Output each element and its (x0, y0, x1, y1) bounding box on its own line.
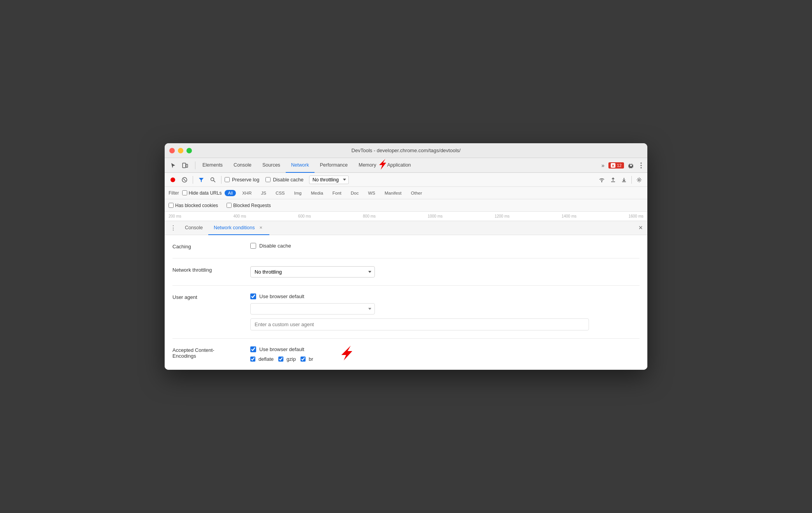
tab-performance[interactable]: Performance (315, 158, 353, 173)
use-default-encoding-checkbox[interactable] (250, 346, 256, 352)
download-icon[interactable] (619, 176, 629, 184)
throttling-label: Network throttling (172, 266, 250, 273)
svg-point-4 (641, 162, 642, 163)
caching-row: Caching Disable cache (172, 235, 640, 258)
search-icon[interactable] (208, 176, 218, 184)
filter-type-xhr[interactable]: XHR (239, 190, 255, 196)
filter-type-css[interactable]: CSS (272, 190, 288, 196)
accepted-encodings-control: Use browser default deflate gzip (250, 346, 640, 362)
panel-more-icon[interactable]: ⋮ (167, 224, 179, 232)
device-icon[interactable] (179, 161, 190, 170)
network-conditions-content: Caching Disable cache Network throttling… (165, 235, 647, 370)
tab-elements[interactable]: Elements (197, 158, 228, 173)
close-button[interactable] (169, 148, 175, 153)
window-title: DevTools - developer.chrome.com/tags/dev… (352, 148, 460, 153)
bottom-panel: ⋮ Console Network conditions × × Caching… (165, 221, 647, 370)
tab-icons (168, 161, 190, 170)
svg-rect-1 (186, 164, 188, 167)
tab-separator (195, 162, 195, 169)
window-controls (169, 148, 192, 153)
filter-icon[interactable] (196, 176, 206, 184)
cursor-icon[interactable] (168, 161, 179, 170)
has-blocked-cookies-checkbox[interactable] (169, 203, 174, 208)
use-default-encoding-label[interactable]: Use browser default (250, 346, 640, 352)
gzip-checkbox[interactable] (278, 357, 283, 362)
has-blocked-cookies-label[interactable]: Has blocked cookies (169, 203, 218, 208)
disable-cache-nc-label[interactable]: Disable cache (250, 243, 640, 249)
svg-rect-0 (183, 163, 186, 168)
svg-line-11 (214, 180, 216, 182)
user-agent-row: User agent Use browser default (172, 286, 640, 339)
custom-ua-input[interactable] (250, 318, 589, 330)
disable-cache-nc-checkbox[interactable] (250, 243, 256, 249)
devtools-tabs-bar: Elements Console Sources Network Perform… (165, 158, 647, 173)
blocked-cookies-row: Has blocked cookies Blocked Requests (165, 199, 647, 212)
tab-console[interactable]: Console (228, 158, 257, 173)
svg-line-9 (183, 179, 186, 181)
panel-tab-console[interactable]: Console (179, 221, 208, 235)
toolbar-right (596, 176, 644, 184)
settings-icon[interactable] (626, 161, 636, 170)
accepted-encodings-row: Accepted Content- Encodings Use browser … (172, 339, 640, 370)
disable-cache-checkbox[interactable] (265, 177, 271, 182)
svg-point-5 (641, 165, 642, 166)
disable-cache-label[interactable]: Disable cache (265, 177, 304, 183)
filter-type-media[interactable]: Media (308, 190, 326, 196)
blocked-requests-checkbox[interactable] (227, 203, 232, 208)
close-panel-button[interactable]: × (636, 223, 645, 233)
use-default-ua-checkbox[interactable] (250, 293, 256, 299)
more-options-icon[interactable] (638, 161, 644, 170)
throttling-row: Network throttling No throttling Fast 3G… (172, 258, 640, 286)
tab-memory[interactable]: Memory (353, 158, 381, 173)
nc-throttling-select[interactable]: No throttling Fast 3G Slow 3G Offline Cu… (250, 266, 375, 278)
filter-type-other[interactable]: Other (408, 190, 425, 196)
filter-row: Filter Hide data URLs All XHR JS CSS Img… (165, 187, 647, 199)
panel-tab-close-icon[interactable]: × (258, 224, 264, 231)
preserve-log-checkbox[interactable] (225, 177, 230, 182)
preserve-log-label[interactable]: Preserve log (225, 177, 259, 183)
panel-tab-network-conditions[interactable]: Network conditions × (208, 221, 269, 235)
toolbar-sep-1 (193, 176, 193, 184)
timeline-row: 200 ms 400 ms 600 ms 800 ms 1000 ms 1200… (165, 212, 647, 221)
maximize-button[interactable] (186, 148, 192, 153)
clear-button[interactable] (179, 176, 190, 184)
network-settings-icon[interactable] (634, 176, 644, 184)
upload-icon[interactable] (608, 176, 618, 184)
devtools-window: DevTools - developer.chrome.com/tags/dev… (165, 143, 647, 370)
filter-type-img[interactable]: Img (291, 190, 305, 196)
more-tabs-button[interactable]: » (599, 161, 607, 170)
toolbar-sep-3 (631, 176, 632, 184)
hide-data-urls-checkbox[interactable] (182, 190, 187, 195)
record-button[interactable] (168, 176, 178, 184)
caching-label: Caching (172, 243, 250, 249)
filter-type-font[interactable]: Font (329, 190, 344, 196)
wifi-icon[interactable] (596, 176, 607, 184)
filter-type-doc[interactable]: Doc (348, 190, 362, 196)
minimize-button[interactable] (178, 148, 183, 153)
filter-type-all[interactable]: All (225, 190, 236, 196)
br-label[interactable]: br (301, 356, 313, 362)
use-default-ua-label[interactable]: Use browser default (250, 293, 640, 299)
network-toolbar: Preserve log Disable cache No throttling… (165, 173, 647, 187)
tab-sources[interactable]: Sources (257, 158, 286, 173)
svg-point-7 (170, 177, 175, 182)
caching-control: Disable cache (250, 243, 640, 249)
user-agent-label: User agent (172, 293, 250, 300)
deflate-checkbox[interactable] (250, 357, 255, 362)
svg-point-10 (211, 177, 214, 181)
tab-application[interactable]: Application (381, 158, 416, 173)
blocked-requests-label[interactable]: Blocked Requests (227, 203, 271, 208)
hide-data-urls-label[interactable]: Hide data URLs (182, 190, 222, 196)
throttling-control: No throttling Fast 3G Slow 3G Offline Cu… (250, 266, 640, 278)
user-agent-control: Use browser default (250, 293, 640, 330)
custom-ua-select[interactable] (250, 303, 375, 314)
deflate-label[interactable]: deflate (250, 356, 274, 362)
br-checkbox[interactable] (301, 357, 306, 362)
toolbar-sep-2 (221, 176, 221, 184)
filter-type-ws[interactable]: WS (365, 190, 379, 196)
filter-type-manifest[interactable]: Manifest (381, 190, 404, 196)
throttling-select[interactable]: No throttling Fast 3G Slow 3G Offline (309, 176, 349, 184)
tab-network[interactable]: Network (286, 158, 315, 173)
filter-type-js[interactable]: JS (258, 190, 269, 196)
gzip-label[interactable]: gzip (278, 356, 296, 362)
